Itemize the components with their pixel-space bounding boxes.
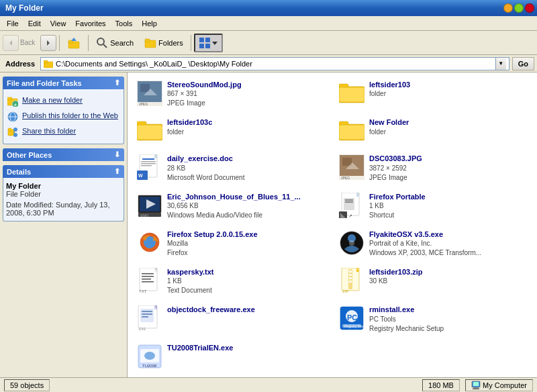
- file-info: New Folderfolder: [369, 117, 528, 136]
- file-item[interactable]: JPEG DSC03083.JPG3872 × 2592 JPEG Image: [332, 149, 534, 187]
- file-icon-wrap: EXE: [136, 305, 163, 332]
- svg-line-6: [103, 44, 107, 48]
- svg-rect-93: [349, 271, 352, 273]
- file-item[interactable]: TXT kaspersky.txt1 KB Text Document: [130, 262, 332, 300]
- share-icon: [7, 127, 18, 138]
- address-input-wrap: ▼: [40, 57, 509, 70]
- close-button[interactable]: [525, 3, 534, 13]
- file-item[interactable]: TU2008 TU2008TrialEN.exe: [130, 338, 332, 375]
- file-item[interactable]: FlyakiteOSX v3.5.exePortrait of a Kite, …: [332, 225, 534, 262]
- minimize-button[interactable]: [503, 3, 513, 13]
- svg-rect-116: [473, 382, 479, 386]
- file-item[interactable]: leftsider103cfolder: [130, 113, 332, 149]
- views-dropdown-arrow: [212, 40, 217, 46]
- file-info: objectdock_freeware.exe: [167, 305, 326, 314]
- file-item[interactable]: WMV Eric_Johnson_House_of_Blues_11_...30…: [130, 187, 332, 225]
- menu-tools[interactable]: Tools: [111, 18, 137, 29]
- make-new-folder-link[interactable]: + Make a new folder: [6, 93, 121, 109]
- file-name: Firefox Portable: [369, 192, 528, 201]
- svg-rect-8: [145, 39, 150, 42]
- svg-rect-51: [141, 161, 156, 162]
- make-new-folder-label: Make a new folder: [22, 95, 83, 105]
- go-button[interactable]: Go: [512, 57, 534, 70]
- address-input[interactable]: [56, 60, 493, 68]
- svg-rect-46: [340, 126, 364, 139]
- tasks-collapse-icon: ⬆: [114, 79, 120, 87]
- doc-icon: W: [137, 154, 162, 180]
- file-meta: 28 KB Microsoft Word Document: [167, 164, 326, 183]
- status-size: 180 MB: [422, 379, 460, 391]
- address-label: Address: [3, 60, 38, 68]
- svg-text:Registry Mechanic: Registry Mechanic: [344, 324, 364, 328]
- svg-text:ZIP: ZIP: [342, 289, 348, 293]
- file-meta: 30,656 KB Windows Media Audio/Video file: [167, 201, 326, 220]
- file-icon-wrap: ZIP: [338, 267, 365, 294]
- details-header[interactable]: Details ⬆: [3, 165, 124, 178]
- svg-rect-52: [141, 163, 156, 164]
- back-button[interactable]: [3, 35, 19, 51]
- file-icon-wrap: PC Registry Mechanic: [338, 305, 365, 332]
- svg-point-80: [349, 240, 354, 246]
- file-item[interactable]: New Folderfolder: [332, 113, 534, 149]
- toolbar-separator-3: [191, 35, 191, 51]
- file-icon-wrap: W: [136, 154, 163, 181]
- firefox-exe-icon: [137, 230, 162, 256]
- sidebar-details-section: Details ⬆ My Folder File Folder Date Mod…: [3, 165, 124, 222]
- menu-view[interactable]: View: [46, 18, 70, 29]
- forward-button[interactable]: [40, 35, 56, 51]
- svg-text:+: +: [14, 102, 17, 107]
- menu-favorites[interactable]: Favorites: [71, 18, 109, 29]
- search-button[interactable]: Search: [91, 34, 138, 52]
- file-item[interactable]: ZIP leftsider103.zip30 KB: [332, 262, 534, 300]
- file-name: leftsider103c: [167, 117, 326, 127]
- maximize-button[interactable]: [514, 3, 524, 13]
- tasks-section-title: File and Folder Tasks: [7, 79, 82, 87]
- file-info: rminstall.exePC Tools Registry Mechanic …: [369, 305, 528, 333]
- views-button[interactable]: [194, 34, 223, 52]
- file-meta: 867 × 391 JPEG Image: [167, 89, 326, 108]
- file-item[interactable]: W daily_exercise.doc28 KB Microsoft Word…: [130, 149, 332, 187]
- svg-rect-87: [142, 281, 154, 283]
- file-name: daily_exercise.doc: [167, 154, 326, 163]
- file-meta: 3872 × 2592 JPEG Image: [369, 164, 528, 183]
- svg-point-113: [144, 352, 155, 360]
- other-places-header[interactable]: Other Places ⬇: [3, 148, 124, 161]
- file-item[interactable]: JPEG StereoSoundMod.jpg867 × 391 JPEG Im…: [130, 75, 332, 113]
- status-computer: My Computer: [465, 379, 533, 391]
- share-folder-link[interactable]: Share this folder: [6, 124, 121, 140]
- file-meta: 1 KB Text Document: [167, 277, 326, 295]
- file-item[interactable]: PC Registry Mechanic rminstall.exePC Too…: [332, 300, 534, 338]
- sidebar-tasks-section: File and Folder Tasks ⬆ + Make a new fol…: [3, 77, 124, 144]
- up-folder-button[interactable]: [62, 34, 85, 52]
- file-name: DSC03083.JPG: [369, 154, 528, 163]
- svg-rect-95: [349, 277, 352, 279]
- file-name: kaspersky.txt: [167, 267, 326, 277]
- menu-edit[interactable]: Edit: [24, 18, 45, 29]
- address-folder-icon: [44, 59, 53, 68]
- svg-text:EXE: EXE: [139, 327, 146, 331]
- publish-folder-link[interactable]: Publish this folder to the Web: [6, 109, 121, 124]
- svg-rect-96: [349, 281, 352, 283]
- svg-marker-1: [47, 40, 50, 46]
- file-icon-wrap: JPEG: [338, 154, 365, 181]
- menu-help[interactable]: Help: [138, 18, 161, 29]
- details-title: Details: [7, 168, 31, 176]
- txt-icon: TXT: [137, 268, 162, 293]
- tasks-section-header[interactable]: File and Folder Tasks ⬆: [3, 77, 124, 89]
- file-info: Firefox Portable1 KB Shortcut: [369, 192, 528, 220]
- wmv-icon: WMV: [137, 193, 162, 218]
- folders-button[interactable]: Folders: [140, 34, 188, 52]
- file-info: kaspersky.txt1 KB Text Document: [167, 267, 326, 295]
- file-item[interactable]: Firefox Setup 2.0.0.15.exeMozilla Firefo…: [130, 225, 332, 262]
- tasks-section-body: + Make a new folder Publish this folder …: [3, 89, 124, 144]
- file-icon-wrap: [338, 80, 365, 107]
- menu-file[interactable]: File: [3, 18, 23, 29]
- file-item[interactable]: EXE objectdock_freeware.exe: [130, 300, 332, 338]
- share-folder-label: Share this folder: [22, 126, 76, 136]
- file-item[interactable]: leftsider103folder: [332, 75, 534, 113]
- svg-rect-72: [345, 201, 353, 203]
- other-places-title: Other Places: [7, 151, 52, 159]
- address-dropdown-arrow[interactable]: ▼: [495, 58, 506, 70]
- svg-rect-10: [205, 38, 210, 42]
- file-item[interactable]: ↗ Firefox Portable1 KB Shortcut: [332, 187, 534, 225]
